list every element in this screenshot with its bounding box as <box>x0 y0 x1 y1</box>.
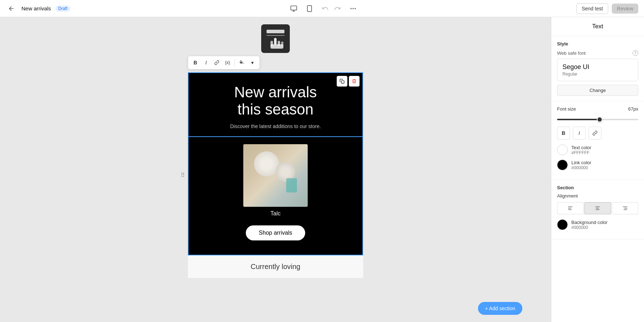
text-color-row: Text color #FFFFFF <box>557 145 638 155</box>
text-color-hex: #FFFFFF <box>571 150 591 155</box>
redo-button[interactable] <box>332 3 343 14</box>
product-name: Talc <box>196 210 355 217</box>
font-size-label: Font size <box>557 106 576 112</box>
variable-button[interactable]: {x} <box>223 58 233 68</box>
canvas-area: B I {x} ▾ ⠿ <box>0 17 551 322</box>
header-icon-area <box>261 24 290 53</box>
desktop-view-button[interactable] <box>288 3 299 14</box>
font-size-value: 67px <box>628 106 638 112</box>
bold-button[interactable]: B <box>190 58 200 68</box>
add-section-button[interactable]: + Add section <box>478 302 522 315</box>
font-style: Regular <box>562 72 633 77</box>
web-safe-font-label: Web safe font <box>557 50 586 56</box>
align-right-button[interactable] <box>612 202 638 214</box>
bg-color-row: Background color #000000 <box>557 219 638 230</box>
svg-rect-6 <box>267 30 284 33</box>
email-divider <box>189 136 362 137</box>
text-color-label: Text color <box>571 145 591 150</box>
italic-format-button[interactable]: I <box>573 127 586 140</box>
font-size-slider[interactable] <box>557 119 638 120</box>
text-color-info: Text color #FFFFFF <box>571 145 591 155</box>
font-name: Segoe UI <box>562 63 633 71</box>
link-color-label: Link color <box>571 160 591 165</box>
email-headline: New arrivals this season <box>196 84 355 118</box>
more-options-button[interactable] <box>347 3 359 14</box>
change-font-button[interactable]: Change <box>557 85 638 96</box>
product-accent <box>286 178 297 192</box>
bg-color-label: Background color <box>571 220 608 225</box>
align-center-button[interactable] <box>584 202 611 214</box>
svg-rect-12 <box>270 44 283 49</box>
delete-section-button[interactable] <box>349 76 360 87</box>
svg-point-5 <box>355 8 356 9</box>
bg-color-swatch[interactable] <box>557 219 568 230</box>
text-formatting-toolbar: B I {x} ▾ <box>188 56 260 69</box>
main-layout: B I {x} ▾ ⠿ <box>0 17 644 322</box>
back-button[interactable] <box>6 3 17 14</box>
drag-handle[interactable]: ⠿ <box>179 170 186 180</box>
link-button[interactable] <box>212 58 222 68</box>
web-safe-font-row: Web safe font ? <box>557 50 638 56</box>
cta-button[interactable]: Shop arrivals <box>246 225 305 240</box>
topbar-center <box>288 3 359 14</box>
toolbar-divider <box>234 59 235 66</box>
section-label: Section <box>557 185 638 190</box>
link-color-info: Link color #000000 <box>571 160 591 170</box>
product-image-container <box>196 144 355 207</box>
draft-badge: Draft <box>55 5 70 12</box>
format-buttons: B I <box>557 127 638 140</box>
fill-dropdown-button[interactable]: ▾ <box>247 58 257 68</box>
font-size-slider-container <box>557 115 638 122</box>
link-color-row: Link color #000000 <box>557 160 638 170</box>
svg-rect-8 <box>274 38 277 45</box>
bg-color-hex: #000000 <box>571 225 608 230</box>
currently-loving-text: Currently loving <box>251 263 301 270</box>
bold-format-button[interactable]: B <box>557 127 570 140</box>
header-icon <box>261 24 290 53</box>
email-wrapper: ⠿ New arrivals this season Discover the … <box>188 72 363 278</box>
link-format-button[interactable] <box>589 127 601 140</box>
review-button[interactable]: Review <box>612 4 638 14</box>
align-left-button[interactable] <box>557 202 584 214</box>
svg-rect-0 <box>291 6 297 10</box>
email-subtitle: Discover the latest additions to our sto… <box>196 123 355 129</box>
font-size-row: Font size 67px <box>557 106 638 112</box>
bg-color-info: Background color #000000 <box>571 220 608 230</box>
duplicate-section-button[interactable] <box>337 76 347 87</box>
link-color-hex: #000000 <box>571 165 591 170</box>
info-icon[interactable]: ? <box>633 50 638 56</box>
alignment-label-row: Alignment <box>557 193 638 199</box>
alignment-buttons <box>557 202 638 214</box>
mobile-view-button[interactable] <box>304 3 315 14</box>
svg-point-3 <box>350 8 351 9</box>
right-panel: Text Style Web safe font ? Segoe UI Regu… <box>551 17 644 322</box>
link-color-swatch[interactable] <box>557 160 568 170</box>
section-panel-section: Section Alignment Background color <box>551 180 644 240</box>
undo-redo-group <box>319 3 343 14</box>
fill-button[interactable] <box>236 58 247 68</box>
svg-point-4 <box>352 8 353 9</box>
text-color-swatch[interactable] <box>557 145 568 155</box>
style-panel-section: Style Web safe font ? Segoe UI Regular C… <box>551 36 644 101</box>
alignment-label: Alignment <box>557 193 578 199</box>
style-section-label: Style <box>557 41 638 47</box>
product-image-inner <box>243 144 308 207</box>
font-size-panel-section: Font size 67px B I Text color #FFFFFF <box>551 101 644 180</box>
svg-rect-7 <box>267 35 284 36</box>
topbar: New arrivals Draft Send test Review <box>0 0 644 17</box>
currently-loving-section: Currently loving <box>188 255 363 278</box>
svg-rect-13 <box>341 80 344 83</box>
product-image <box>243 144 308 207</box>
email-content-section: New arrivals this season Discover the la… <box>188 72 363 255</box>
cta-container: Shop arrivals <box>196 225 355 240</box>
section-actions <box>337 76 360 87</box>
topbar-left: New arrivals Draft <box>6 3 70 14</box>
undo-button[interactable] <box>319 3 331 14</box>
font-preview-box: Segoe UI Regular <box>557 59 638 81</box>
italic-button[interactable]: I <box>201 58 211 68</box>
panel-title: Text <box>551 17 644 36</box>
topbar-right: Send test Review <box>576 3 638 14</box>
document-title: New arrivals <box>21 5 51 11</box>
send-test-button[interactable]: Send test <box>576 3 608 14</box>
